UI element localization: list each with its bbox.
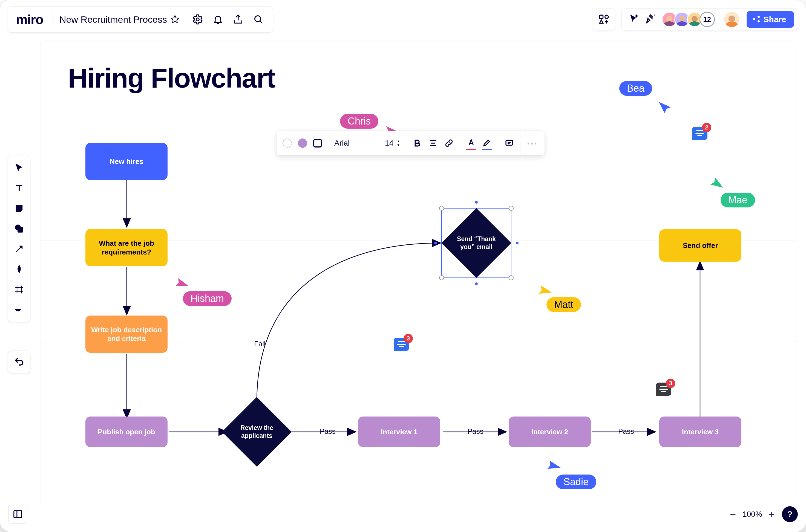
avatar[interactable]: [687, 12, 702, 27]
pen-tool[interactable]: [11, 261, 27, 278]
cursor-chris: Chris: [340, 114, 378, 129]
node-label: Send offer: [683, 241, 718, 250]
cursor-icon: [535, 281, 553, 300]
text-color-button[interactable]: [466, 138, 476, 149]
highlight-button[interactable]: [482, 138, 492, 149]
cursor-bea: Bea: [619, 81, 652, 96]
collab-toolbar: 12 Share: [622, 9, 798, 30]
comment-button[interactable]: [504, 138, 514, 148]
settings-button[interactable]: [190, 12, 205, 27]
cursor-icon: [172, 274, 190, 292]
cursor-mae: Mae: [720, 193, 755, 207]
export-button[interactable]: [230, 12, 246, 27]
avatar[interactable]: [662, 12, 677, 27]
cursor-matt: Matt: [546, 297, 581, 312]
divider: [53, 13, 53, 26]
pointer-mode-button[interactable]: [628, 13, 639, 26]
sticky-tool[interactable]: [11, 200, 27, 217]
node-publish[interactable]: Publish open job: [86, 417, 168, 447]
collaborator-avatars[interactable]: 12: [662, 12, 715, 27]
shape-type-button[interactable]: [313, 139, 322, 148]
svg-point-0: [196, 18, 199, 21]
comment-bubble[interactable]: 3: [394, 338, 409, 351]
share-button[interactable]: Share: [747, 11, 794, 27]
node-label: Interview 1: [381, 428, 417, 437]
share-label: Share: [764, 15, 786, 24]
node-requirements[interactable]: What are the job requirements?: [86, 229, 168, 266]
link-button[interactable]: [444, 138, 454, 148]
node-label: Interview 3: [682, 428, 719, 437]
node-write-description[interactable]: Write job description and criteria: [86, 316, 168, 353]
cursor-sadie: Sadie: [556, 475, 596, 489]
svg-rect-2: [600, 15, 603, 18]
top-bar: miro New Recruitment Process: [8, 6, 798, 32]
node-send-offer[interactable]: Send offer: [659, 229, 742, 262]
node-thank-you[interactable]: Send “Thank you” email: [442, 208, 511, 278]
node-label: Review the applicants: [235, 424, 279, 440]
font-size-value: 14: [385, 139, 393, 148]
comment-badge: 3: [404, 334, 413, 343]
more-tools[interactable]: [11, 302, 27, 318]
board-canvas[interactable]: Hiring Flowchart New hires What are the: [40, 40, 796, 506]
arrow-tool[interactable]: [11, 241, 27, 257]
node-interview2[interactable]: Interview 2: [509, 417, 591, 447]
font-family-select[interactable]: Arial: [334, 139, 373, 148]
border-style-button[interactable]: [283, 138, 292, 148]
node-label: New hires: [110, 157, 144, 166]
font-size-stepper[interactable]: 14 ▲▼: [385, 139, 400, 148]
node-label: What are the job requirements?: [90, 239, 163, 257]
bold-button[interactable]: [412, 138, 422, 148]
cursor-icon: [709, 175, 725, 191]
cursor-hisham: Hisham: [183, 291, 231, 306]
help-button[interactable]: ?: [782, 506, 798, 522]
frames-panel-button[interactable]: [8, 505, 27, 524]
node-interview1[interactable]: Interview 1: [358, 417, 440, 447]
top-left-group: miro New Recruitment Process: [8, 6, 273, 32]
select-tool[interactable]: [11, 160, 27, 176]
svg-point-4: [654, 15, 655, 16]
comment-badge: 2: [702, 123, 711, 132]
zoom-controls: − 100% + ?: [730, 505, 798, 524]
node-label: Send “Thank you” email: [454, 235, 498, 251]
node-label: Interview 2: [531, 428, 568, 437]
svg-rect-7: [14, 511, 22, 517]
apps-button[interactable]: [593, 9, 615, 30]
cursor-icon: [543, 456, 562, 475]
comment-bubble-resolved[interactable]: 3: [656, 383, 671, 396]
zoom-in-button[interactable]: +: [769, 509, 775, 519]
board-name[interactable]: New Recruitment Process: [59, 14, 167, 25]
undo-button[interactable]: [8, 351, 30, 373]
search-button[interactable]: [251, 12, 266, 27]
app-logo[interactable]: miro: [16, 12, 52, 27]
edge-label-pass2: Pass: [468, 427, 484, 436]
cursor-icon: [658, 101, 671, 114]
frame-tool[interactable]: [11, 281, 27, 298]
avatar[interactable]: [674, 12, 690, 27]
fill-color-button[interactable]: [298, 138, 307, 148]
current-user-avatar[interactable]: [724, 12, 739, 27]
avatar-overflow-count[interactable]: 12: [699, 12, 715, 27]
node-interview3[interactable]: Interview 3: [659, 417, 742, 447]
text-tool[interactable]: [11, 180, 27, 196]
star-icon[interactable]: [170, 15, 180, 24]
left-toolbar: [8, 156, 30, 322]
zoom-out-button[interactable]: −: [730, 509, 736, 519]
edge-label-fail: Fail: [254, 340, 266, 348]
zoom-level[interactable]: 100%: [743, 510, 762, 518]
node-review-decision[interactable]: Review the applicants: [222, 397, 292, 467]
more-options-button[interactable]: ⋯: [526, 137, 539, 149]
shape-edit-toolbar[interactable]: Arial 14 ▲▼ ⋯: [277, 131, 545, 155]
comment-bubble[interactable]: 2: [692, 127, 708, 140]
svg-point-1: [255, 16, 261, 22]
node-new-hires[interactable]: New hires: [86, 143, 168, 180]
edge-label-pass1: Pass: [320, 427, 336, 436]
reactions-button[interactable]: [645, 13, 656, 26]
align-button[interactable]: [428, 138, 438, 148]
shape-tool[interactable]: [11, 221, 27, 237]
notifications-button[interactable]: [210, 12, 226, 27]
svg-point-5: [652, 18, 653, 19]
comment-badge: 3: [666, 379, 675, 388]
diagram-title[interactable]: Hiring Flowchart: [68, 62, 275, 94]
top-right-group: 12 Share: [593, 9, 798, 30]
svg-point-3: [605, 15, 608, 18]
